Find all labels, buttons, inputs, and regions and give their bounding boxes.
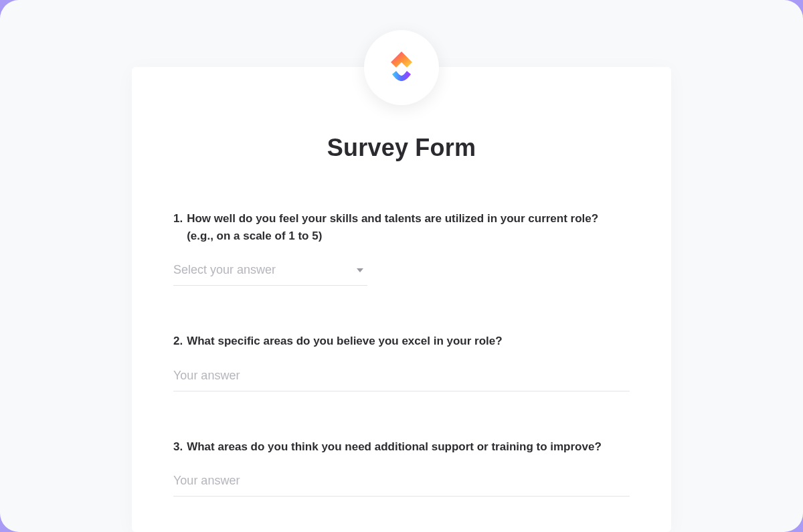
- question-3-text: What areas do you think you need additio…: [187, 440, 602, 453]
- logo-badge: [364, 30, 439, 105]
- question-1-hint: (e.g., on a scale of 1 to 5): [187, 228, 630, 245]
- caret-down-icon: [357, 268, 363, 272]
- question-2-number: 2.: [173, 333, 183, 350]
- question-3: 3. What areas do you think you need addi…: [173, 438, 630, 497]
- select-placeholder: Select your answer: [173, 263, 357, 277]
- clickup-icon: [387, 49, 416, 86]
- question-3-input[interactable]: [173, 470, 630, 497]
- question-2-text: What specific areas do you believe you e…: [187, 335, 502, 347]
- question-3-number: 3.: [173, 438, 183, 456]
- question-1-label: 1. How well do you feel your skills and …: [173, 210, 630, 244]
- question-1-select[interactable]: Select your answer: [173, 259, 367, 286]
- question-1-text: How well do you feel your skills and tal…: [187, 212, 598, 225]
- question-1: 1. How well do you feel your skills and …: [173, 210, 630, 286]
- question-2-input[interactable]: [173, 365, 630, 391]
- question-1-number: 1.: [173, 210, 183, 244]
- survey-form-card: Survey Form 1. How well do you feel your…: [132, 67, 671, 532]
- question-2: 2. What specific areas do you believe yo…: [173, 333, 630, 391]
- question-2-label: 2. What specific areas do you believe yo…: [173, 333, 630, 350]
- question-3-label: 3. What areas do you think you need addi…: [173, 438, 630, 456]
- page-background: Survey Form 1. How well do you feel your…: [0, 0, 803, 532]
